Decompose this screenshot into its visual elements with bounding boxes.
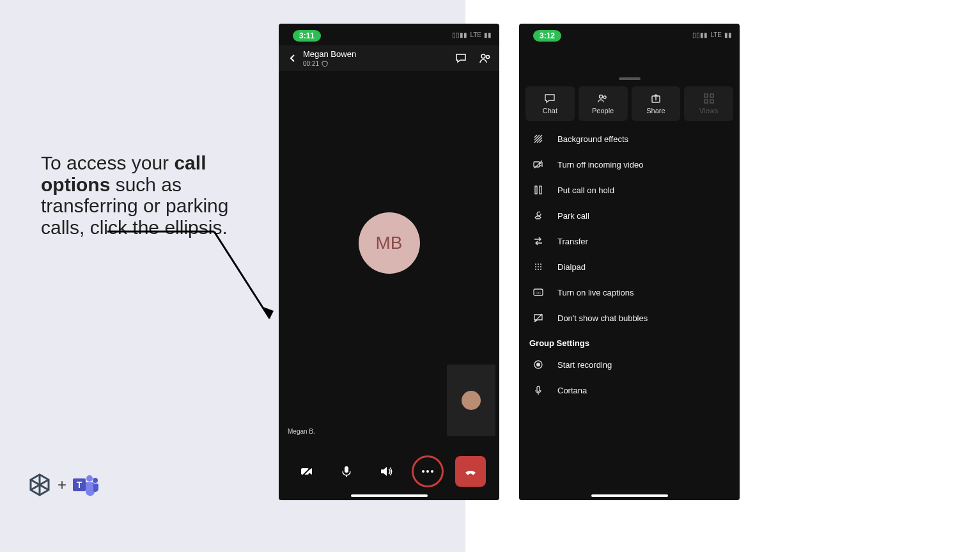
menu-label: Turn off incoming video: [557, 160, 643, 170]
record-icon: [533, 359, 543, 370]
action-label: People: [592, 107, 614, 114]
chat-icon[interactable]: [455, 52, 467, 65]
svg-line-42: [534, 314, 542, 322]
menu-label: Put call on hold: [557, 185, 614, 195]
action-label: Chat: [543, 107, 557, 114]
status-indicators: ▯▯▮▮ LTE ▮▮: [452, 31, 492, 38]
svg-point-9: [86, 475, 93, 482]
teams-logo-icon: T: [72, 472, 100, 498]
status-indicators: ▯▯▮▮ LTE ▮▮: [692, 31, 732, 38]
network-label: LTE: [710, 31, 722, 38]
options-menu: Background effects Turn off incoming vid…: [519, 121, 740, 408]
speaker-button[interactable]: [372, 457, 400, 485]
self-video-tile[interactable]: [447, 365, 495, 436]
svg-text:CC: CC: [536, 291, 541, 295]
menu-label: Park call: [557, 211, 589, 221]
captions-icon: CC: [533, 287, 543, 297]
svg-rect-24: [710, 94, 713, 97]
status-time: 3:12: [533, 30, 561, 42]
menu-label: Background effects: [557, 134, 628, 144]
svg-rect-23: [704, 94, 708, 97]
action-label: Share: [646, 107, 665, 114]
avatar-initials: MB: [376, 233, 403, 253]
svg-point-44: [536, 363, 540, 367]
cortana-item[interactable]: Cortana: [519, 377, 740, 403]
share-action[interactable]: Share: [632, 86, 681, 121]
svg-rect-29: [535, 186, 537, 194]
status-bar: 3:11 ▯▯▮▮ LTE ▮▮: [279, 24, 499, 45]
call-controls: [279, 455, 499, 487]
more-options-button[interactable]: [412, 455, 444, 487]
svg-point-34: [535, 266, 536, 267]
svg-point-39: [540, 269, 541, 270]
svg-point-37: [535, 269, 536, 270]
svg-rect-15: [345, 466, 348, 473]
group-settings-label: Group Settings: [519, 331, 740, 352]
instruction-text: To access your call options such as tran…: [41, 152, 258, 238]
signal-icon: ▯▯▮▮: [452, 31, 467, 38]
dialpad-item[interactable]: Dialpad: [519, 254, 740, 280]
park-call-item[interactable]: Park call: [519, 203, 740, 228]
svg-rect-45: [537, 386, 540, 391]
ellipsis-icon: [421, 469, 435, 473]
pause-icon: [533, 185, 543, 195]
top-actions-row: Chat People Share Views: [519, 86, 740, 121]
svg-point-10: [93, 478, 98, 483]
instruction-prefix: To access your: [41, 152, 174, 173]
transfer-item[interactable]: Transfer: [519, 228, 740, 254]
svg-text:T: T: [77, 480, 82, 490]
hangup-button[interactable]: [455, 456, 486, 487]
video-off-icon: [533, 159, 543, 170]
call-subtitle: 00:21: [303, 60, 455, 67]
battery-icon: ▮▮: [484, 31, 492, 38]
camera-button[interactable]: [293, 457, 321, 485]
action-label: Views: [699, 107, 718, 114]
svg-point-20: [600, 95, 603, 99]
svg-point-19: [431, 470, 433, 473]
call-title-block: Megan Bowen 00:21: [303, 49, 455, 67]
start-recording-item[interactable]: Start recording: [519, 352, 740, 377]
svg-point-32: [538, 264, 539, 265]
svg-point-38: [538, 269, 539, 270]
menu-label: Transfer: [557, 237, 588, 246]
hold-item[interactable]: Put call on hold: [519, 177, 740, 203]
captions-item[interactable]: CC Turn on live captions: [519, 280, 740, 305]
svg-point-31: [535, 264, 536, 265]
svg-point-21: [603, 96, 606, 99]
cube-logo-icon: [27, 472, 52, 498]
back-button[interactable]: [286, 52, 299, 65]
park-icon: [533, 210, 543, 221]
views-action: Views: [684, 86, 733, 121]
turn-off-video-item[interactable]: Turn off incoming video: [519, 152, 740, 177]
sheet-handle[interactable]: [619, 77, 641, 80]
chat-action[interactable]: Chat: [525, 86, 575, 121]
participant-label: Megan B.: [288, 428, 315, 435]
people-action[interactable]: People: [579, 86, 628, 121]
phone-screenshot-call: 3:11 ▯▯▮▮ LTE ▮▮ Megan Bowen 00:21 MB Me…: [279, 24, 499, 500]
home-indicator: [351, 494, 428, 497]
svg-rect-25: [704, 100, 708, 103]
participant-avatar: MB: [359, 212, 420, 274]
chat-off-icon: [533, 313, 543, 323]
menu-label: Dialpad: [557, 262, 586, 272]
svg-point-33: [540, 264, 541, 265]
mic-button[interactable]: [332, 457, 361, 485]
svg-rect-26: [710, 100, 713, 103]
signal-icon: ▯▯▮▮: [692, 31, 708, 38]
mic-icon: [533, 385, 543, 395]
battery-icon: ▮▮: [724, 31, 732, 38]
menu-label: Start recording: [557, 360, 612, 370]
dialpad-icon: [533, 262, 543, 272]
effects-icon: [533, 134, 543, 144]
menu-label: Cortana: [557, 386, 587, 395]
status-time: 3:11: [293, 30, 321, 42]
chat-bubbles-item[interactable]: Don't show chat bubbles: [519, 305, 740, 331]
share-icon: [650, 93, 662, 104]
people-icon[interactable]: [479, 52, 492, 65]
background-effects-item[interactable]: Background effects: [519, 126, 740, 152]
status-bar: 3:12 ▯▯▮▮ LTE ▮▮: [519, 24, 740, 45]
phone-screenshot-options: 3:12 ▯▯▮▮ LTE ▮▮ Chat People Share Views…: [519, 24, 740, 500]
grid-icon: [703, 93, 715, 104]
chat-icon: [544, 93, 556, 104]
svg-rect-30: [540, 186, 541, 194]
